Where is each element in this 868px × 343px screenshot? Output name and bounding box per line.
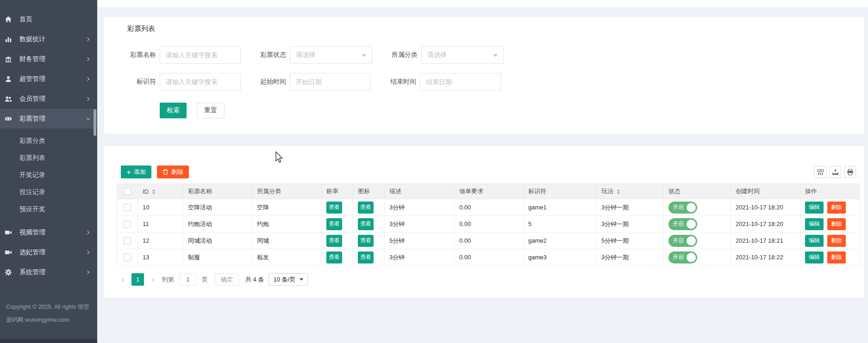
table-tool-icons bbox=[814, 166, 856, 178]
filter-columns-icon[interactable] bbox=[814, 166, 826, 178]
text-field[interactable] bbox=[160, 46, 241, 64]
sidebar-item-6[interactable]: 视频管理 bbox=[0, 222, 97, 242]
text-field[interactable] bbox=[160, 73, 241, 91]
cell-id: 12 bbox=[138, 233, 183, 249]
sidebar-item-3[interactable]: 超管管理 bbox=[0, 69, 97, 89]
table-card: + 添加 删除 ID彩票名称所属分类赔率图标描述做单要求标识符玩法状态创 bbox=[104, 146, 864, 298]
cell-created: 2021-10-17 18:22 bbox=[731, 249, 800, 266]
view-icon-button[interactable]: 查看 bbox=[358, 235, 374, 247]
select-all-checkbox[interactable] bbox=[124, 188, 131, 195]
admin-icon bbox=[5, 75, 12, 83]
edit-button[interactable]: 编辑 bbox=[805, 235, 824, 247]
cell-id: 10 bbox=[138, 199, 183, 216]
sidebar-item-8[interactable]: 系统管理 bbox=[0, 262, 97, 282]
copyright-line-1: Copyright © 2025. All rights 悟空 bbox=[6, 300, 95, 313]
column-header: 图标 bbox=[353, 184, 385, 199]
row-delete-button[interactable]: 删除 bbox=[827, 202, 846, 214]
select-field[interactable]: 请选择 bbox=[290, 46, 372, 64]
cell-created: 2021-10-17 18:20 bbox=[731, 216, 800, 233]
sidebar-item-label: 彩票管理 bbox=[19, 115, 45, 123]
export-icon[interactable] bbox=[829, 166, 841, 178]
view-icon-button[interactable]: 查看 bbox=[358, 202, 374, 214]
finance-icon bbox=[5, 55, 12, 63]
row-checkbox[interactable] bbox=[124, 220, 131, 228]
video-icon bbox=[5, 229, 12, 236]
sidebar-item-1[interactable]: 数据统计 bbox=[0, 29, 97, 49]
sidebar-item-label: 系统管理 bbox=[19, 268, 45, 276]
search-card: 彩票列表 彩票名称彩票状态请选择所属分类请选择标识符起始时间结束时间 检索 重置 bbox=[104, 17, 864, 134]
row-delete-button[interactable]: 删除 bbox=[827, 235, 846, 247]
sidebar-item-5[interactable]: 彩票管理 bbox=[0, 109, 97, 129]
goto-page-input[interactable] bbox=[179, 273, 197, 286]
add-button[interactable]: + 添加 bbox=[121, 165, 151, 178]
sidebar-subitem-5-1[interactable]: 彩票列表 bbox=[0, 149, 97, 166]
sidebar-subitem-5-3[interactable]: 投注记录 bbox=[0, 184, 97, 201]
edit-button[interactable]: 编辑 bbox=[805, 218, 824, 230]
sidebar-item-4[interactable]: 会员管理 bbox=[0, 89, 97, 109]
sidebar-subitem-5-0[interactable]: 彩票分类 bbox=[0, 132, 97, 149]
total-count-label: 共 4 条 bbox=[245, 276, 264, 284]
sidebar-subitem-5-2[interactable]: 开奖记录 bbox=[0, 166, 97, 184]
view-odds-button[interactable]: 查看 bbox=[326, 251, 342, 263]
print-icon[interactable] bbox=[844, 166, 856, 178]
toggle-knob bbox=[687, 203, 696, 212]
edit-button[interactable]: 编辑 bbox=[805, 251, 824, 263]
chevron-right-icon bbox=[86, 270, 89, 274]
status-toggle[interactable]: 开启 bbox=[668, 235, 697, 247]
delete-button[interactable]: 删除 bbox=[157, 165, 189, 178]
status-toggle[interactable]: 开启 bbox=[668, 251, 697, 263]
sidebar-item-7[interactable]: 选妃管理 bbox=[0, 242, 97, 262]
sort-icon[interactable] bbox=[152, 189, 156, 195]
sidebar-subitem-5-4[interactable]: 预设开奖 bbox=[0, 201, 97, 218]
edit-button[interactable]: 编辑 bbox=[805, 202, 824, 214]
row-checkbox[interactable] bbox=[124, 204, 131, 211]
column-header: 玩法 bbox=[597, 184, 664, 199]
table-row: 13制服租友查看查看3分钟0.00game33分钟一期开启2021-10-17 … bbox=[117, 249, 860, 266]
page-size-select[interactable]: 10 条/页 bbox=[269, 273, 308, 286]
goto-confirm-button[interactable]: 确定 bbox=[215, 273, 239, 286]
row-delete-button[interactable]: 删除 bbox=[827, 251, 846, 263]
cell-description: 5分钟 bbox=[385, 233, 455, 249]
view-odds-button[interactable]: 查看 bbox=[326, 235, 342, 247]
view-odds-button[interactable]: 查看 bbox=[326, 218, 342, 230]
date-field[interactable] bbox=[290, 73, 371, 91]
goto-suffix-label: 页 bbox=[202, 276, 208, 284]
pagination: ‹ 1 › 到第 页 确定 共 4 条 10 条/页 bbox=[117, 273, 856, 286]
form-group: 彩票状态请选择 bbox=[257, 46, 372, 64]
row-checkbox[interactable] bbox=[124, 237, 131, 245]
dropdown-caret-icon bbox=[493, 54, 498, 57]
row-checkbox[interactable] bbox=[124, 254, 131, 261]
cell-requirement: 0.00 bbox=[455, 216, 524, 233]
cell-id: 11 bbox=[138, 216, 183, 233]
chevron-right-icon bbox=[86, 250, 89, 254]
cell-created: 2021-10-17 18:20 bbox=[731, 199, 800, 216]
gear-icon bbox=[5, 269, 12, 276]
view-icon-button[interactable]: 查看 bbox=[358, 218, 374, 230]
chevron-down-icon bbox=[86, 116, 90, 120]
status-toggle[interactable]: 开启 bbox=[668, 218, 697, 230]
cell-id: 13 bbox=[138, 249, 183, 266]
view-odds-button[interactable]: 查看 bbox=[326, 202, 342, 214]
toggle-knob bbox=[687, 253, 696, 262]
view-icon-button[interactable]: 查看 bbox=[358, 251, 374, 263]
prev-page-button[interactable]: ‹ bbox=[117, 274, 129, 286]
row-delete-button[interactable]: 删除 bbox=[827, 218, 846, 230]
current-page-button[interactable]: 1 bbox=[131, 273, 144, 286]
stats-icon bbox=[5, 36, 12, 43]
status-toggle[interactable]: 开启 bbox=[668, 202, 697, 214]
video-icon bbox=[5, 249, 12, 256]
field-label: 所属分类 bbox=[389, 51, 418, 59]
next-page-button[interactable]: › bbox=[147, 274, 159, 286]
sidebar-item-2[interactable]: 财务管理 bbox=[0, 49, 97, 69]
sort-icon[interactable] bbox=[617, 189, 620, 195]
column-header: 彩票名称 bbox=[183, 184, 252, 199]
sidebar-item-0[interactable]: 首页 bbox=[0, 9, 97, 29]
search-button[interactable]: 检索 bbox=[160, 103, 187, 118]
sidebar-scrollbar-thumb[interactable] bbox=[94, 109, 96, 136]
reset-button[interactable]: 重置 bbox=[197, 103, 225, 118]
column-header: 赔率 bbox=[322, 184, 353, 199]
search-form: 彩票名称彩票状态请选择所属分类请选择标识符起始时间结束时间 bbox=[127, 46, 855, 91]
form-actions: 检索 重置 bbox=[127, 103, 855, 118]
date-field[interactable] bbox=[420, 73, 501, 91]
select-field[interactable]: 请选择 bbox=[421, 46, 504, 64]
